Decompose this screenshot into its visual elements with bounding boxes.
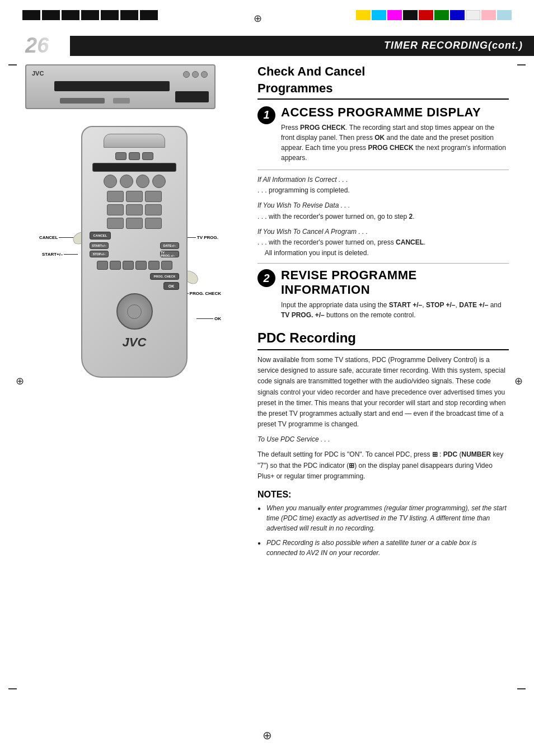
crosshair-bottom: ⊕: [263, 729, 272, 742]
page-number: 26: [25, 34, 64, 58]
pdc-divider: [257, 349, 509, 350]
info-correct-line1: If All Information Is Correct . . .: [257, 176, 348, 184]
remote-body: CANCEL START+/– STOP+/–: [81, 126, 188, 378]
vcr-brand: JVC: [32, 70, 44, 77]
crosshair-top: ⊕: [254, 12, 262, 25]
info-revise-line2: . . . with the recorder's power turned o…: [257, 213, 414, 220]
start-label-text: START+/–: [42, 252, 63, 257]
step1-content: ACCESS PROGRAMME DISPLAY Press PROG CHEC…: [281, 105, 509, 163]
calibration-bar-right: [356, 10, 512, 20]
info-cancel: If You Wish To Cancel A Program . . . . …: [257, 227, 509, 259]
pdc-body1: Now available from some TV stations, PDC…: [257, 355, 509, 430]
step2-number: 2: [257, 269, 275, 287]
step1-body: Press PROG CHECK. The recording start an…: [281, 123, 509, 163]
start-label: START+/–: [42, 252, 78, 257]
header-title: TIMER RECORDING(cont.): [384, 40, 523, 51]
pdc-title: PDC Recording: [257, 330, 509, 346]
notes-list: When you manually enter programmes (regu…: [257, 503, 509, 558]
pdc-body2: The default setting for PDC is "ON". To …: [257, 449, 509, 482]
pdc-service-label: To Use PDC Service . . .: [257, 434, 509, 445]
header-title-bar: TIMER RECORDING(cont.): [70, 36, 534, 56]
margin-mark-bottom-right: [517, 688, 526, 689]
info-revise-line1: If You Wish To Revise Data . . .: [257, 201, 350, 209]
ok-label: OK: [196, 316, 221, 321]
info-correct: If All Information Is Correct . . . . . …: [257, 175, 509, 196]
calibration-bar-left: [22, 10, 158, 20]
crosshair-right: ⊕: [514, 375, 523, 387]
pdc-section: PDC Recording Now available from some TV…: [257, 330, 509, 482]
crosshair-left: ⊕: [16, 375, 24, 387]
step1-title: ACCESS PROGRAMME DISPLAY: [281, 105, 509, 119]
margin-mark-top-right: [517, 64, 526, 65]
step1-container: 1 ACCESS PROGRAMME DISPLAY Press PROG CH…: [257, 105, 509, 163]
margin-mark-top-left: [8, 64, 17, 65]
main-section-title: Check And Cancel Programmes: [257, 64, 509, 96]
notes-title: NOTES:: [257, 490, 509, 500]
remote-brand: JVC: [87, 335, 182, 350]
vcr-display: [175, 91, 209, 102]
tvprog-label-text: TV PROG.: [197, 235, 218, 240]
notes-item-2: PDC Recording is also possible when a sa…: [257, 538, 509, 558]
section-title-line1: Check And Cancel: [257, 64, 509, 79]
step1-divider: [257, 170, 509, 170]
vcr-buttons: [183, 71, 208, 78]
info-revise: If You Wish To Revise Data . . . . . . w…: [257, 200, 509, 222]
cancel-label-text: CANCEL: [39, 235, 58, 240]
left-column: JVC CANCEL START+/– TV PROG. OK: [25, 64, 243, 378]
step2-title: REVISE PROGRAMME INFORMATION: [281, 268, 509, 297]
vcr-tape-slot: [54, 81, 170, 91]
margin-mark-bottom-left: [8, 688, 17, 689]
vcr-illustration: JVC: [25, 64, 216, 109]
pdc-subtitle: To Use PDC Service . . .: [257, 435, 330, 443]
info-cancel-line1: If You Wish To Cancel A Program . . .: [257, 228, 368, 236]
step2-body: Input the appropriate data using the STA…: [281, 300, 509, 320]
step2-content: REVISE PROGRAMME INFORMATION Input the a…: [281, 268, 509, 320]
section-title-line2: Programmes: [257, 81, 509, 96]
info-cancel-line2: . . . with the recorder's power turned o…: [257, 238, 425, 257]
remote-illustration: CANCEL START+/– TV PROG. OK PROG. CHECK: [45, 126, 224, 378]
ok-label-text: OK: [214, 316, 221, 321]
notes-item-1: When you manually enter programmes (regu…: [257, 503, 509, 533]
step1-number: 1: [257, 106, 275, 124]
right-column: Check And Cancel Programmes 1 ACCESS PRO…: [257, 64, 509, 562]
page-header: 26 TIMER RECORDING(cont.): [0, 34, 534, 58]
notes-section: NOTES: When you manually enter programme…: [257, 490, 509, 558]
step2-divider: [257, 263, 509, 264]
info-correct-line2: . . . programming is completed.: [257, 186, 350, 194]
progcheck-label-text: PROG. CHECK: [190, 291, 221, 296]
step2-container: 2 REVISE PROGRAMME INFORMATION Input the…: [257, 268, 509, 320]
section-divider: [257, 98, 509, 100]
